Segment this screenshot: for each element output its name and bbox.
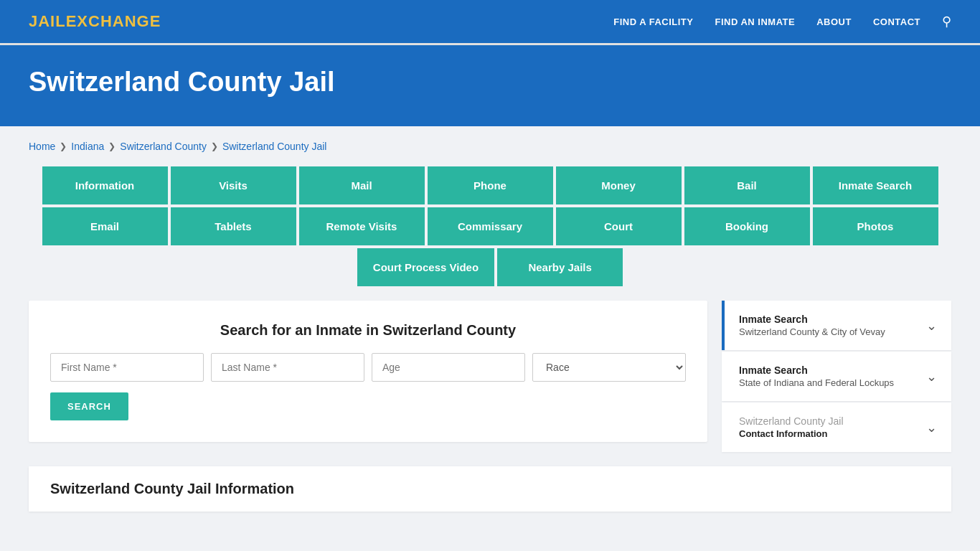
breadcrumb: Home ❯ Indiana ❯ Switzerland County ❯ Sw… <box>29 141 951 152</box>
nav-row-2: Email Tablets Remote Visits Commissary C… <box>29 207 951 245</box>
content-row: Search for an Inmate in Switzerland Coun… <box>29 301 951 452</box>
bottom-info-title: Switzerland County Jail Information <box>50 481 930 497</box>
btn-court[interactable]: Court <box>556 207 682 245</box>
breadcrumb-switzerland-county[interactable]: Switzerland County <box>120 141 207 152</box>
breadcrumb-current: Switzerland County Jail <box>222 141 327 152</box>
btn-photos[interactable]: Photos <box>813 207 938 245</box>
nav-about[interactable]: ABOUT <box>816 17 852 27</box>
sidebar: Inmate Search Switzerland County & City … <box>722 301 951 452</box>
sidebar-item-1-subtitle: Switzerland County & City of Vevay <box>739 326 885 337</box>
search-title: Search for an Inmate in Switzerland Coun… <box>50 322 686 339</box>
btn-phone[interactable]: Phone <box>428 166 553 204</box>
btn-bail[interactable]: Bail <box>684 166 810 204</box>
bottom-info-section: Switzerland County Jail Information <box>29 466 951 512</box>
page-title: Switzerland County Jail <box>29 67 951 98</box>
btn-inmate-search[interactable]: Inmate Search <box>813 166 938 204</box>
btn-nearby-jails[interactable]: Nearby Jails <box>497 248 623 286</box>
sidebar-item-3-title: Switzerland County Jail <box>739 415 844 427</box>
logo-exchange: EXCHANGE <box>66 12 161 30</box>
breadcrumb-indiana[interactable]: Indiana <box>71 141 104 152</box>
search-button[interactable]: SEARCH <box>50 392 128 420</box>
sidebar-item-1[interactable]: Inmate Search Switzerland County & City … <box>722 301 951 350</box>
sidebar-item-3-subtitle: Contact Information <box>739 428 844 439</box>
last-name-input[interactable] <box>211 353 364 382</box>
sidebar-item-2-subtitle: State of Indiana and Federal Lockups <box>739 377 894 388</box>
nav-row-3: Court Process Video Nearby Jails <box>357 248 623 286</box>
sep2: ❯ <box>108 141 116 151</box>
btn-tablets[interactable]: Tablets <box>171 207 296 245</box>
sidebar-item-text-1: Inmate Search Switzerland County & City … <box>739 314 885 337</box>
btn-court-process-video[interactable]: Court Process Video <box>357 248 494 286</box>
main-content: Home ❯ Indiana ❯ Switzerland County ❯ Sw… <box>0 126 980 526</box>
race-select[interactable]: Race All White Black Hispanic Asian Othe… <box>532 353 686 382</box>
sep3: ❯ <box>211 141 218 151</box>
sidebar-item-2-title: Inmate Search <box>739 364 894 376</box>
btn-mail[interactable]: Mail <box>299 166 425 204</box>
main-nav: FIND A FACILITY FIND AN INMATE ABOUT CON… <box>613 14 951 29</box>
breadcrumb-home[interactable]: Home <box>29 141 55 152</box>
search-fields: Race All White Black Hispanic Asian Othe… <box>50 353 686 382</box>
inmate-search-box: Search for an Inmate in Switzerland Coun… <box>29 301 707 442</box>
sidebar-item-1-title: Inmate Search <box>739 314 885 325</box>
btn-visits[interactable]: Visits <box>171 166 296 204</box>
nav-contact[interactable]: CONTACT <box>873 17 920 27</box>
nav-buttons-container: Information Visits Mail Phone Money Bail… <box>29 166 951 286</box>
btn-information[interactable]: Information <box>42 166 168 204</box>
btn-money[interactable]: Money <box>556 166 682 204</box>
sidebar-item-text-3: Switzerland County Jail Contact Informat… <box>739 415 844 439</box>
logo-jail: JAIL <box>29 12 66 30</box>
sidebar-item-text-2: Inmate Search State of Indiana and Feder… <box>739 364 894 388</box>
sep1: ❯ <box>60 141 67 151</box>
header: JAILEXCHANGE FIND A FACILITY FIND AN INM… <box>0 0 980 43</box>
search-icon[interactable]: ⚲ <box>942 14 951 29</box>
first-name-input[interactable] <box>50 353 204 382</box>
btn-booking[interactable]: Booking <box>684 207 810 245</box>
chevron-icon-2: ⌄ <box>926 369 937 385</box>
sidebar-item-2[interactable]: Inmate Search State of Indiana and Feder… <box>722 352 951 401</box>
logo[interactable]: JAILEXCHANGE <box>29 12 161 31</box>
age-input[interactable] <box>372 353 525 382</box>
nav-row-1: Information Visits Mail Phone Money Bail… <box>29 166 951 204</box>
btn-email[interactable]: Email <box>42 207 168 245</box>
sidebar-item-3[interactable]: Switzerland County Jail Contact Informat… <box>722 402 951 452</box>
chevron-icon-3: ⌄ <box>926 420 937 435</box>
nav-find-inmate[interactable]: FIND AN INMATE <box>715 17 795 27</box>
nav-find-facility[interactable]: FIND A FACILITY <box>613 17 693 27</box>
btn-commissary[interactable]: Commissary <box>428 207 553 245</box>
chevron-icon-1: ⌄ <box>926 318 937 334</box>
hero-section: Switzerland County Jail <box>0 45 980 126</box>
btn-remote-visits[interactable]: Remote Visits <box>299 207 425 245</box>
